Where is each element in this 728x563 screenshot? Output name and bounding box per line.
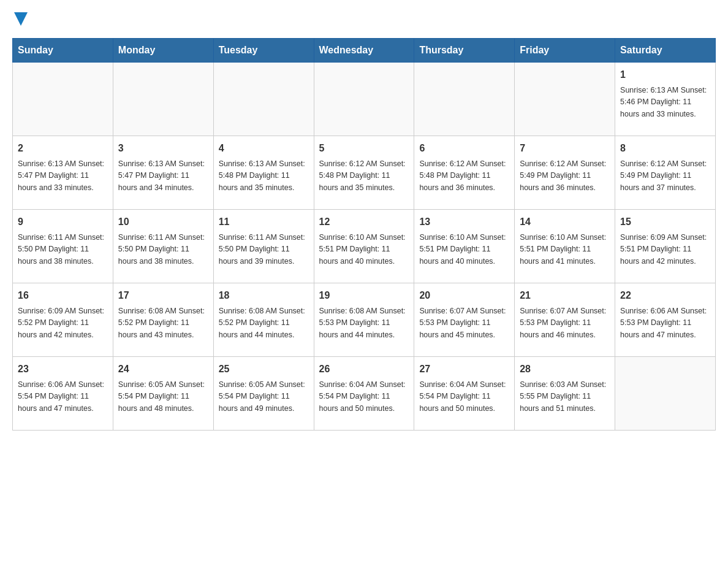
day-of-week-header: Thursday xyxy=(414,39,515,63)
day-number: 5 xyxy=(319,141,409,156)
day-of-week-header: Friday xyxy=(515,39,615,63)
day-number: 22 xyxy=(620,288,710,303)
day-number: 12 xyxy=(319,215,409,229)
day-of-week-header: Saturday xyxy=(615,39,716,63)
day-number: 28 xyxy=(520,362,610,377)
calendar-cell xyxy=(314,63,414,136)
day-info: Sunrise: 6:08 AM Sunset: 5:52 PM Dayligh… xyxy=(118,305,208,341)
day-number: 25 xyxy=(219,362,309,377)
calendar-cell xyxy=(13,63,113,136)
calendar-cell: 26Sunrise: 6:04 AM Sunset: 5:54 PM Dayli… xyxy=(314,357,414,431)
day-info: Sunrise: 6:13 AM Sunset: 5:46 PM Dayligh… xyxy=(620,85,710,120)
day-number: 11 xyxy=(219,215,309,229)
day-info: Sunrise: 6:08 AM Sunset: 5:53 PM Dayligh… xyxy=(319,305,409,341)
day-number: 15 xyxy=(620,215,710,229)
day-info: Sunrise: 6:08 AM Sunset: 5:52 PM Dayligh… xyxy=(219,305,309,341)
calendar-cell: 21Sunrise: 6:07 AM Sunset: 5:53 PM Dayli… xyxy=(515,283,615,357)
calendar-week-row: 16Sunrise: 6:09 AM Sunset: 5:52 PM Dayli… xyxy=(13,283,716,357)
calendar-cell: 11Sunrise: 6:11 AM Sunset: 5:50 PM Dayli… xyxy=(213,210,314,283)
calendar-week-row: 2Sunrise: 6:13 AM Sunset: 5:47 PM Daylig… xyxy=(13,136,716,210)
day-info: Sunrise: 6:06 AM Sunset: 5:54 PM Dayligh… xyxy=(18,379,108,415)
day-info: Sunrise: 6:04 AM Sunset: 5:54 PM Dayligh… xyxy=(319,379,409,415)
day-info: Sunrise: 6:13 AM Sunset: 5:47 PM Dayligh… xyxy=(118,158,208,194)
calendar-cell: 10Sunrise: 6:11 AM Sunset: 5:50 PM Dayli… xyxy=(113,210,213,283)
calendar-cell: 4Sunrise: 6:13 AM Sunset: 5:48 PM Daylig… xyxy=(213,136,314,210)
calendar-cell: 1Sunrise: 6:13 AM Sunset: 5:46 PM Daylig… xyxy=(615,63,716,136)
day-info: Sunrise: 6:05 AM Sunset: 5:54 PM Dayligh… xyxy=(219,379,309,415)
day-info: Sunrise: 6:06 AM Sunset: 5:53 PM Dayligh… xyxy=(620,305,710,341)
calendar-table: SundayMondayTuesdayWednesdayThursdayFrid… xyxy=(12,38,716,431)
day-number: 26 xyxy=(319,362,409,377)
calendar-cell: 9Sunrise: 6:11 AM Sunset: 5:50 PM Daylig… xyxy=(13,210,113,283)
day-info: Sunrise: 6:10 AM Sunset: 5:51 PM Dayligh… xyxy=(419,232,509,267)
calendar-cell xyxy=(113,63,213,136)
day-number: 19 xyxy=(319,288,409,303)
calendar-cell xyxy=(213,63,314,136)
day-info: Sunrise: 6:12 AM Sunset: 5:49 PM Dayligh… xyxy=(620,158,710,194)
svg-marker-0 xyxy=(14,12,28,26)
day-number: 20 xyxy=(419,288,509,303)
calendar-cell: 18Sunrise: 6:08 AM Sunset: 5:52 PM Dayli… xyxy=(213,283,314,357)
calendar-cell: 27Sunrise: 6:04 AM Sunset: 5:54 PM Dayli… xyxy=(414,357,515,431)
day-number: 17 xyxy=(118,288,208,303)
day-number: 27 xyxy=(419,362,509,377)
day-number: 6 xyxy=(419,141,509,156)
calendar-cell: 17Sunrise: 6:08 AM Sunset: 5:52 PM Dayli… xyxy=(113,283,213,357)
day-info: Sunrise: 6:12 AM Sunset: 5:48 PM Dayligh… xyxy=(319,158,409,194)
day-of-week-header: Tuesday xyxy=(213,39,314,63)
calendar-cell: 20Sunrise: 6:07 AM Sunset: 5:53 PM Dayli… xyxy=(414,283,515,357)
calendar-cell: 22Sunrise: 6:06 AM Sunset: 5:53 PM Dayli… xyxy=(615,283,716,357)
calendar-cell: 5Sunrise: 6:12 AM Sunset: 5:48 PM Daylig… xyxy=(314,136,414,210)
day-number: 8 xyxy=(620,141,710,156)
calendar-week-row: 1Sunrise: 6:13 AM Sunset: 5:46 PM Daylig… xyxy=(13,63,716,136)
day-info: Sunrise: 6:12 AM Sunset: 5:49 PM Dayligh… xyxy=(520,158,610,194)
calendar-cell: 2Sunrise: 6:13 AM Sunset: 5:47 PM Daylig… xyxy=(13,136,113,210)
calendar-cell: 16Sunrise: 6:09 AM Sunset: 5:52 PM Dayli… xyxy=(13,283,113,357)
day-number: 7 xyxy=(520,141,610,156)
day-number: 4 xyxy=(219,141,309,156)
calendar-cell xyxy=(515,63,615,136)
calendar-cell: 23Sunrise: 6:06 AM Sunset: 5:54 PM Dayli… xyxy=(13,357,113,431)
calendar-cell: 24Sunrise: 6:05 AM Sunset: 5:54 PM Dayli… xyxy=(113,357,213,431)
day-info: Sunrise: 6:12 AM Sunset: 5:48 PM Dayligh… xyxy=(419,158,509,194)
calendar-cell: 19Sunrise: 6:08 AM Sunset: 5:53 PM Dayli… xyxy=(314,283,414,357)
day-info: Sunrise: 6:11 AM Sunset: 5:50 PM Dayligh… xyxy=(18,232,108,267)
day-info: Sunrise: 6:11 AM Sunset: 5:50 PM Dayligh… xyxy=(118,232,208,267)
day-of-week-header: Monday xyxy=(113,39,213,63)
day-number: 9 xyxy=(18,215,108,229)
day-number: 24 xyxy=(118,362,208,377)
calendar-cell: 14Sunrise: 6:10 AM Sunset: 5:51 PM Dayli… xyxy=(515,210,615,283)
day-info: Sunrise: 6:03 AM Sunset: 5:55 PM Dayligh… xyxy=(520,379,610,415)
page-header xyxy=(12,12,716,26)
calendar-week-row: 9Sunrise: 6:11 AM Sunset: 5:50 PM Daylig… xyxy=(13,210,716,283)
day-of-week-header: Wednesday xyxy=(314,39,414,63)
day-info: Sunrise: 6:10 AM Sunset: 5:51 PM Dayligh… xyxy=(319,232,409,267)
calendar-cell: 6Sunrise: 6:12 AM Sunset: 5:48 PM Daylig… xyxy=(414,136,515,210)
logo-triangle-icon xyxy=(14,12,28,26)
day-number: 23 xyxy=(18,362,108,377)
day-info: Sunrise: 6:13 AM Sunset: 5:47 PM Dayligh… xyxy=(18,158,108,194)
logo xyxy=(12,12,28,26)
day-number: 18 xyxy=(219,288,309,303)
calendar-cell xyxy=(414,63,515,136)
calendar-cell: 12Sunrise: 6:10 AM Sunset: 5:51 PM Dayli… xyxy=(314,210,414,283)
calendar-cell: 15Sunrise: 6:09 AM Sunset: 5:51 PM Dayli… xyxy=(615,210,716,283)
calendar-cell: 7Sunrise: 6:12 AM Sunset: 5:49 PM Daylig… xyxy=(515,136,615,210)
calendar-cell: 3Sunrise: 6:13 AM Sunset: 5:47 PM Daylig… xyxy=(113,136,213,210)
calendar-cell xyxy=(615,357,716,431)
day-number: 13 xyxy=(419,215,509,229)
day-of-week-header: Sunday xyxy=(13,39,113,63)
day-number: 2 xyxy=(18,141,108,156)
day-info: Sunrise: 6:09 AM Sunset: 5:52 PM Dayligh… xyxy=(18,305,108,341)
day-info: Sunrise: 6:05 AM Sunset: 5:54 PM Dayligh… xyxy=(118,379,208,415)
day-info: Sunrise: 6:07 AM Sunset: 5:53 PM Dayligh… xyxy=(419,305,509,341)
calendar-cell: 25Sunrise: 6:05 AM Sunset: 5:54 PM Dayli… xyxy=(213,357,314,431)
day-number: 1 xyxy=(620,67,710,82)
day-number: 21 xyxy=(520,288,610,303)
day-info: Sunrise: 6:09 AM Sunset: 5:51 PM Dayligh… xyxy=(620,232,710,267)
day-number: 3 xyxy=(118,141,208,156)
day-info: Sunrise: 6:11 AM Sunset: 5:50 PM Dayligh… xyxy=(219,232,309,267)
day-info: Sunrise: 6:04 AM Sunset: 5:54 PM Dayligh… xyxy=(419,379,509,415)
day-info: Sunrise: 6:07 AM Sunset: 5:53 PM Dayligh… xyxy=(520,305,610,341)
day-number: 14 xyxy=(520,215,610,229)
